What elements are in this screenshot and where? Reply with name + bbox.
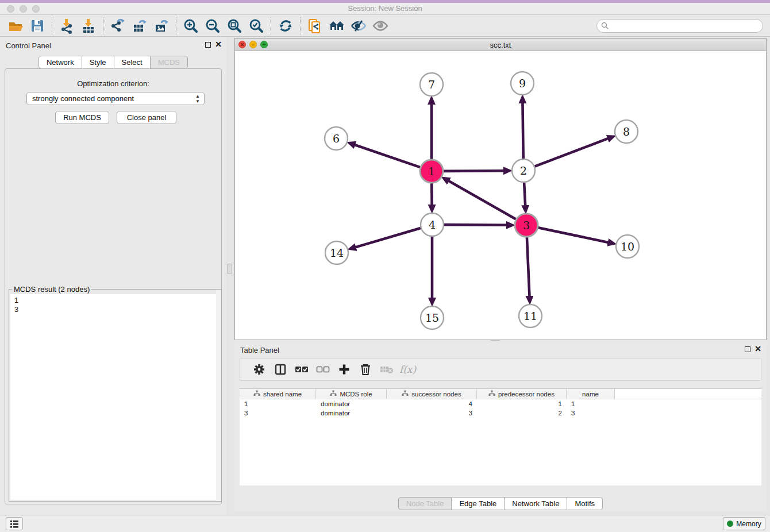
graph-edge-2-9[interactable] <box>522 102 523 159</box>
deselect-all-icon[interactable] <box>312 361 333 378</box>
memory-label: Memory <box>736 520 761 528</box>
table-panel-close-icon[interactable]: ✕ <box>754 344 761 353</box>
graph-edge-4-3[interactable] <box>444 225 507 225</box>
graph-node-1[interactable]: 1 <box>420 160 443 183</box>
mcds-result-text[interactable]: 1 3 <box>10 294 220 500</box>
tab-motifs[interactable]: Motifs <box>567 497 603 510</box>
memory-button[interactable]: Memory <box>723 517 765 530</box>
open-session-icon[interactable] <box>5 17 26 35</box>
toolbar-separator <box>300 17 301 34</box>
column-header-predecessor-nodes[interactable]: predecessor nodes <box>477 389 567 399</box>
graph-edge-3-11[interactable] <box>527 237 530 297</box>
import-table-icon[interactable] <box>78 17 99 35</box>
task-history-button[interactable] <box>6 517 23 530</box>
table-panel-float-icon[interactable] <box>745 346 750 352</box>
vertical-splitter-grip[interactable] <box>227 264 232 274</box>
refresh-layout-icon[interactable] <box>275 17 297 35</box>
graph-node-9[interactable]: 9 <box>511 72 534 95</box>
run-mcds-button[interactable]: Run MCDS <box>55 111 109 124</box>
optimization-criterion-label: Optimization criterion: <box>5 79 221 88</box>
tab-network[interactable]: Network <box>38 56 82 69</box>
zoom-selected-icon[interactable] <box>245 17 267 35</box>
search-icon <box>601 22 609 30</box>
column-header-successor-nodes[interactable]: successor nodes <box>387 389 477 399</box>
node-table: shared nameMCDS rolesuccessor nodesprede… <box>240 388 761 485</box>
graph-node-label: 14 <box>330 246 344 259</box>
export-image-icon[interactable] <box>151 17 172 35</box>
search-input[interactable] <box>596 19 763 33</box>
mcds-result-title: MCDS result (2 nodes) <box>12 285 91 294</box>
clone-network-icon[interactable] <box>304 17 326 35</box>
zoom-in-icon[interactable] <box>180 17 202 35</box>
mcds-panel: Optimization criterion: strongly connect… <box>5 68 222 504</box>
table-row[interactable]: 3dominator323 <box>240 408 761 418</box>
graph-node-11[interactable]: 11 <box>519 304 542 327</box>
select-all-icon[interactable] <box>291 361 312 378</box>
graph-node-8[interactable]: 8 <box>615 120 638 143</box>
table-cell: 3 <box>387 410 477 417</box>
graph-edge-1-2[interactable] <box>444 171 505 171</box>
graph-edge-4-14[interactable] <box>355 228 421 248</box>
tab-edge-table[interactable]: Edge Table <box>452 497 505 510</box>
graph-node-10[interactable]: 10 <box>616 235 639 258</box>
export-network-icon[interactable] <box>107 17 129 35</box>
birdseye-view-icon[interactable] <box>369 17 391 35</box>
control-panel-title: Control Panel <box>6 41 51 50</box>
table-panel-title: Table Panel <box>240 346 279 354</box>
columns-icon[interactable] <box>270 361 291 378</box>
delete-icon[interactable] <box>355 361 376 378</box>
control-panel-close-icon[interactable]: ✕ <box>215 40 222 49</box>
graph-node-label: 9 <box>519 77 526 90</box>
tab-network-table[interactable]: Network Table <box>505 497 567 510</box>
graph-edge-2-3[interactable] <box>524 183 525 206</box>
clear-table-icon[interactable] <box>376 361 397 378</box>
graph-node-4[interactable]: 4 <box>421 213 444 236</box>
table-row[interactable]: 1dominator411 <box>240 399 761 408</box>
graph-node-15[interactable]: 15 <box>421 306 444 329</box>
export-table-icon[interactable] <box>129 17 151 35</box>
zoom-fit-icon[interactable] <box>224 17 245 35</box>
graph-edge-3-1[interactable] <box>448 180 516 219</box>
import-network-icon[interactable] <box>56 17 78 35</box>
result-scrollbar[interactable] <box>216 290 221 501</box>
close-panel-button[interactable]: Close panel <box>117 111 176 124</box>
table-cell: 3 <box>567 410 615 417</box>
column-header-name[interactable]: name <box>567 389 615 399</box>
graph-node-label: 10 <box>621 240 634 253</box>
hide-graphics-details-icon[interactable] <box>348 17 369 35</box>
control-panel-tabs: NetworkStyleSelectMCDS <box>0 56 226 69</box>
main-titlebar: Session: New Session <box>0 0 770 15</box>
window-title: Session: New Session <box>0 4 770 13</box>
tab-style[interactable]: Style <box>82 56 114 69</box>
home-layout-icon[interactable] <box>326 17 348 35</box>
graph-node-label: 11 <box>523 310 537 322</box>
attribute-icon <box>402 390 409 398</box>
tab-select[interactable]: Select <box>114 56 151 69</box>
zoom-out-icon[interactable] <box>202 17 224 35</box>
column-header-shared-name[interactable]: shared name <box>240 389 316 399</box>
graph-node-2[interactable]: 2 <box>512 159 535 182</box>
graph-node-7[interactable]: 7 <box>420 73 443 96</box>
graph-node-3[interactable]: 3 <box>515 214 538 237</box>
network-view-window: ✕ − + scc.txt 7968124314101511 <box>234 38 767 340</box>
graph-edge-1-6[interactable] <box>354 145 420 167</box>
column-header-MCDS-role[interactable]: MCDS role <box>316 389 387 399</box>
network-canvas[interactable]: 7968124314101511 <box>235 51 766 340</box>
save-session-icon[interactable] <box>26 17 48 35</box>
tab-mcds[interactable]: MCDS <box>151 56 188 69</box>
table-panel: Table Panel ✕ f(x) shared nameMCDS roles… <box>234 342 767 511</box>
tab-node-table[interactable]: Node Table <box>398 497 452 510</box>
control-panel-float-icon[interactable] <box>205 42 211 48</box>
graph-edge-2-8[interactable] <box>535 138 609 167</box>
function-builder-icon[interactable]: f(x) <box>397 361 418 378</box>
graph-node-6[interactable]: 6 <box>325 127 348 150</box>
add-icon[interactable] <box>333 361 355 378</box>
table-tabs: Node TableEdge TableNetwork TableMotifs <box>234 497 767 510</box>
toolbar-separator <box>271 17 271 34</box>
optimization-criterion-dropdown[interactable]: strongly connected component ▲▼ <box>26 92 205 105</box>
attribute-icon <box>253 390 260 398</box>
gear-icon[interactable] <box>248 361 270 378</box>
graph-edge-3-10[interactable] <box>538 228 609 242</box>
attribute-icon <box>488 390 495 398</box>
graph-node-14[interactable]: 14 <box>325 241 348 264</box>
